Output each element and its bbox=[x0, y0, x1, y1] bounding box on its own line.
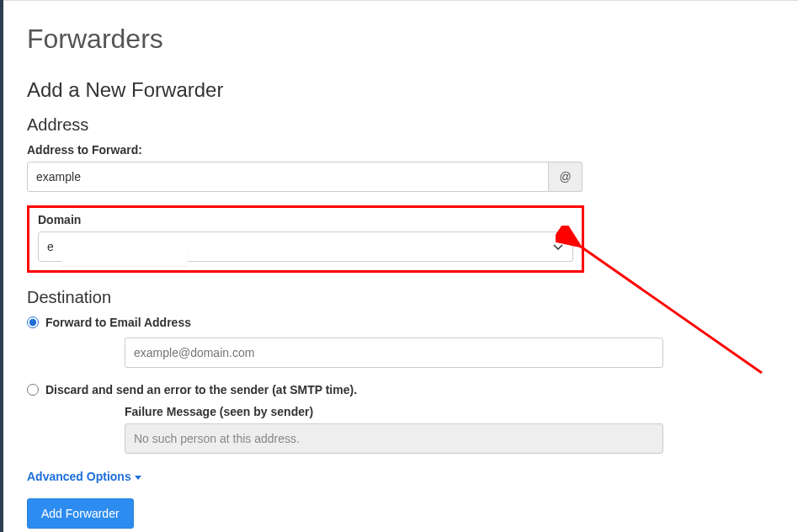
domain-highlight-box: Domain e bbox=[27, 205, 584, 273]
add-forwarder-button[interactable]: Add Forwarder bbox=[27, 498, 134, 529]
failure-message-input bbox=[125, 423, 663, 454]
forward-to-email-label: Forward to Email Address bbox=[45, 316, 191, 329]
advanced-options-label: Advanced Options bbox=[27, 470, 131, 483]
forward-radio-row: Forward to Email Address bbox=[27, 316, 774, 329]
discard-radio-label: Discard and send an error to the sender … bbox=[45, 383, 357, 396]
address-to-forward-label: Address to Forward: bbox=[27, 143, 774, 157]
address-to-forward-input[interactable] bbox=[27, 162, 549, 192]
address-input-row: @ bbox=[27, 162, 774, 192]
address-heading: Address bbox=[27, 115, 774, 135]
forwarders-panel: Forwarders Add a New Forwarder Address A… bbox=[3, 0, 798, 532]
destination-heading: Destination bbox=[27, 288, 774, 307]
failure-message-field: Failure Message (seen by sender) bbox=[125, 405, 774, 454]
forward-email-input[interactable] bbox=[125, 338, 663, 368]
section-title: Add a New Forwarder bbox=[27, 78, 774, 102]
discard-radio-row: Discard and send an error to the sender … bbox=[27, 383, 774, 396]
forward-to-email-radio[interactable] bbox=[27, 317, 39, 328]
at-symbol-addon: @ bbox=[549, 162, 583, 192]
advanced-options-link[interactable]: Advanced Options bbox=[27, 470, 141, 483]
failure-message-label: Failure Message (seen by sender) bbox=[125, 405, 774, 418]
discard-radio[interactable] bbox=[27, 384, 39, 396]
page-title: Forwarders bbox=[27, 24, 774, 55]
caret-down-icon bbox=[135, 470, 141, 483]
forward-email-field bbox=[125, 338, 774, 368]
domain-label: Domain bbox=[38, 213, 573, 226]
